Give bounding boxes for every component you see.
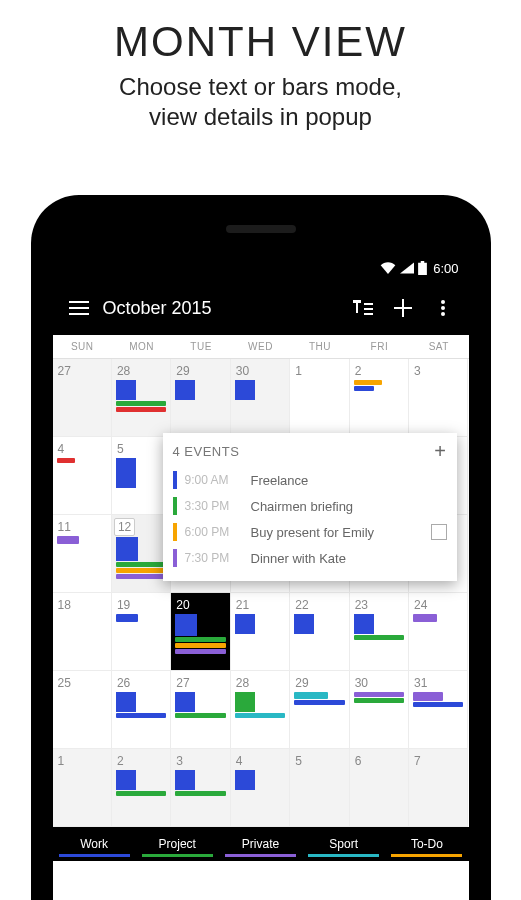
popup-event-row[interactable]: 9:00 AM Freelance xyxy=(173,467,447,493)
promo-title: MONTH VIEW xyxy=(0,18,521,66)
category-tab-todo[interactable]: To-Do xyxy=(385,827,468,861)
status-time: 6:00 xyxy=(433,261,458,276)
app-bar: October 2015 xyxy=(53,281,469,335)
event-label: Chairmen briefing xyxy=(251,499,447,514)
day-cell[interactable]: 2 xyxy=(112,749,171,827)
events-popup: 4 EVENTS + 9:00 AM Freelance 3:30 PM Cha… xyxy=(163,433,457,581)
day-cell[interactable]: 27 xyxy=(171,671,230,749)
day-cell[interactable]: 29 xyxy=(290,671,349,749)
phone-screen: 6:00 October 2015 SUN MON TUE WED THU xyxy=(53,255,469,900)
event-color-bar xyxy=(173,549,177,567)
category-tab-project[interactable]: Project xyxy=(136,827,219,861)
event-label: Dinner with Kate xyxy=(251,551,447,566)
day-cell[interactable]: 11 xyxy=(53,515,112,593)
popup-event-row[interactable]: 7:30 PM Dinner with Kate xyxy=(173,545,447,571)
event-time: 7:30 PM xyxy=(185,551,243,565)
event-time: 9:00 AM xyxy=(185,473,243,487)
day-cell[interactable]: 29 xyxy=(171,359,230,437)
toggle-text-mode-icon[interactable] xyxy=(343,300,383,316)
weekday-label: SAT xyxy=(409,335,468,358)
weekday-label: FRI xyxy=(350,335,409,358)
day-cell[interactable]: 30 xyxy=(231,359,290,437)
day-cell[interactable]: 18 xyxy=(53,593,112,671)
day-cell[interactable]: 6 xyxy=(350,749,409,827)
svg-point-2 xyxy=(441,312,445,316)
android-status-bar: 6:00 xyxy=(53,255,469,281)
overflow-menu-icon[interactable] xyxy=(423,300,463,316)
day-cell[interactable]: 30 xyxy=(350,671,409,749)
day-cell[interactable]: 31 xyxy=(409,671,468,749)
signal-icon xyxy=(400,262,414,274)
event-color-bar xyxy=(173,471,177,489)
day-cell[interactable]: 25 xyxy=(53,671,112,749)
weekday-label: TUE xyxy=(171,335,230,358)
popup-event-row[interactable]: 6:00 PM Buy present for Emily xyxy=(173,519,447,545)
weekday-label: MON xyxy=(112,335,171,358)
popup-add-icon[interactable]: + xyxy=(434,441,446,461)
day-cell[interactable]: 24 xyxy=(409,593,468,671)
month-grid: 27 28 29 30 1 2 3 4 5 6 7 8 9 10 11 12 1… xyxy=(53,359,469,827)
day-cell-today[interactable]: 20 xyxy=(171,593,230,671)
day-cell[interactable]: 27 xyxy=(53,359,112,437)
event-checkbox[interactable] xyxy=(431,524,447,540)
phone-speaker xyxy=(226,225,296,233)
day-cell[interactable]: 19 xyxy=(112,593,171,671)
battery-icon xyxy=(418,261,427,275)
category-tab-sport[interactable]: Sport xyxy=(302,827,385,861)
phone-frame: 6:00 October 2015 SUN MON TUE WED THU xyxy=(31,195,491,900)
weekday-header: SUN MON TUE WED THU FRI SAT xyxy=(53,335,469,359)
event-time: 6:00 PM xyxy=(185,525,243,539)
weekday-label: SUN xyxy=(53,335,112,358)
day-cell[interactable]: 1 xyxy=(290,359,349,437)
event-label: Buy present for Emily xyxy=(251,525,423,540)
event-color-bar xyxy=(173,523,177,541)
menu-icon[interactable] xyxy=(59,301,99,315)
event-label: Freelance xyxy=(251,473,447,488)
day-cell[interactable]: 23 xyxy=(350,593,409,671)
day-cell[interactable]: 3 xyxy=(171,749,230,827)
day-cell[interactable]: 22 xyxy=(290,593,349,671)
day-cell[interactable]: 5 xyxy=(290,749,349,827)
promo-subtitle: Choose text or bars mode, view details i… xyxy=(0,72,521,132)
popup-event-row[interactable]: 3:30 PM Chairmen briefing xyxy=(173,493,447,519)
day-cell[interactable]: 4 xyxy=(53,437,112,515)
add-event-icon[interactable] xyxy=(383,299,423,317)
day-cell[interactable]: 28 xyxy=(231,671,290,749)
day-cell[interactable]: 2 xyxy=(350,359,409,437)
svg-point-1 xyxy=(441,306,445,310)
day-cell[interactable]: 28 xyxy=(112,359,171,437)
wifi-icon xyxy=(380,262,396,274)
day-cell[interactable]: 26 xyxy=(112,671,171,749)
weekday-label: WED xyxy=(231,335,290,358)
weekday-label: THU xyxy=(290,335,349,358)
popup-title: 4 EVENTS xyxy=(173,444,240,459)
day-cell[interactable]: 1 xyxy=(53,749,112,827)
svg-point-0 xyxy=(441,300,445,304)
day-cell[interactable]: 4 xyxy=(231,749,290,827)
day-cell[interactable]: 3 xyxy=(409,359,468,437)
day-cell[interactable]: 7 xyxy=(409,749,468,827)
category-tab-work[interactable]: Work xyxy=(53,827,136,861)
event-color-bar xyxy=(173,497,177,515)
day-cell[interactable]: 21 xyxy=(231,593,290,671)
category-strip: Work Project Private Sport To-Do xyxy=(53,827,469,861)
category-tab-private[interactable]: Private xyxy=(219,827,302,861)
appbar-title[interactable]: October 2015 xyxy=(103,298,343,319)
event-time: 3:30 PM xyxy=(185,499,243,513)
